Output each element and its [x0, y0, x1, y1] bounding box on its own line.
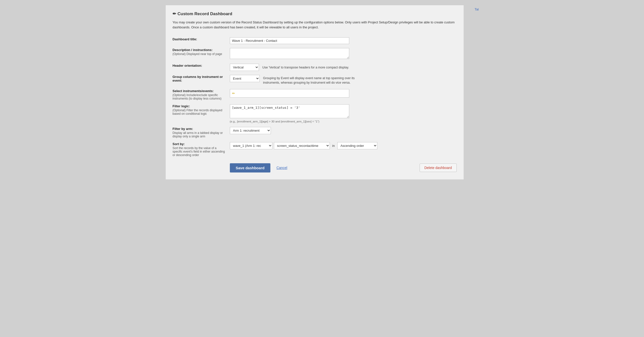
sort-by-label: Sort by: — [173, 142, 226, 146]
panel-title: ✏ Custom Record Dashboard — [173, 11, 457, 17]
pencil-icon: ✏ — [173, 11, 176, 17]
filter-logic-input[interactable]: [wave_1_arm_1][screen_status] = '3' — [230, 104, 349, 118]
filter-by-arm-label: Filter by arm: — [173, 127, 226, 131]
header-orientation-row: Header orientation: Vertical Horizontal … — [173, 62, 457, 73]
filter-by-arm-sublabel: Display all arms in a tabbed display or … — [173, 131, 226, 138]
dashboard-title-label: Dashboard title: — [173, 37, 197, 41]
description-sublabel: (Optional) Displayed near top of page — [173, 52, 226, 56]
filter-logic-sublabel: (Optional) Filter the records displayed … — [173, 109, 226, 116]
group-columns-row: Group columns by instrument or event: Ev… — [173, 73, 457, 87]
header-orientation-label: Header orientation: — [173, 64, 202, 68]
dashboard-title-row: Dashboard title: — [173, 35, 457, 46]
description-input[interactable] — [230, 48, 349, 59]
instruments-pencil-icon: ✏ — [232, 91, 235, 95]
sort-by-event-select[interactable]: wave_1 (Arm 1: rec — [230, 142, 272, 149]
group-columns-hint: Grouping by Event will display event nam… — [263, 75, 358, 85]
buttons-row: Save dashboard Cancel Delete dashboard — [173, 163, 457, 172]
sort-by-row: Sort by: Sort the records by the value o… — [173, 140, 457, 159]
filter-logic-hint: (e.g., [enrollment_arm_1][age] > 30 and … — [230, 120, 457, 123]
filter-by-arm-select[interactable]: Arm 1: recruitment All arms — [230, 127, 271, 134]
cancel-button[interactable]: Cancel — [276, 166, 287, 170]
group-columns-select[interactable]: Event Instrument — [230, 75, 260, 82]
filter-logic-label: Filter logic: — [173, 104, 226, 108]
group-columns-label: Group columns by instrument or event: — [173, 75, 223, 82]
side-link[interactable]: Tal — [474, 6, 479, 11]
header-orientation-hint: Use 'Vertical' to transpose headers for … — [262, 66, 349, 69]
select-instruments-sublabel: (Optional) Include/exclude specific inst… — [173, 93, 226, 100]
header-orientation-select[interactable]: Vertical Horizontal — [230, 64, 259, 71]
filter-by-arm-row: Filter by arm: Display all arms in a tab… — [173, 125, 457, 140]
dashboard-title-input[interactable] — [230, 37, 349, 44]
panel-description: You may create your own custom version o… — [173, 20, 457, 30]
panel-title-text: Custom Record Dashboard — [178, 12, 232, 17]
description-label: Description / instructions: — [173, 48, 226, 52]
sort-by-order-select[interactable]: Ascending order Descending order — [337, 142, 377, 149]
sort-by-in-label: in — [331, 144, 336, 148]
select-instruments-row: Select instruments/events: (Optional) In… — [173, 87, 457, 102]
save-button[interactable]: Save dashboard — [230, 163, 271, 172]
sort-by-sublabel: Sort the records by the value of a speci… — [173, 146, 226, 157]
instruments-input[interactable]: ✏ — [230, 89, 349, 98]
description-row: Description / instructions: (Optional) D… — [173, 46, 457, 62]
side-panel: Tal — [469, 5, 479, 11]
select-instruments-label: Select instruments/events: — [173, 89, 226, 93]
main-panel: ✏ Custom Record Dashboard You may create… — [166, 5, 464, 180]
filter-logic-row: Filter logic: (Optional) Filter the reco… — [173, 102, 457, 125]
delete-button[interactable]: Delete dashboard — [420, 164, 457, 172]
sort-by-field-select[interactable]: screen_status_recontacttime — [274, 142, 330, 149]
